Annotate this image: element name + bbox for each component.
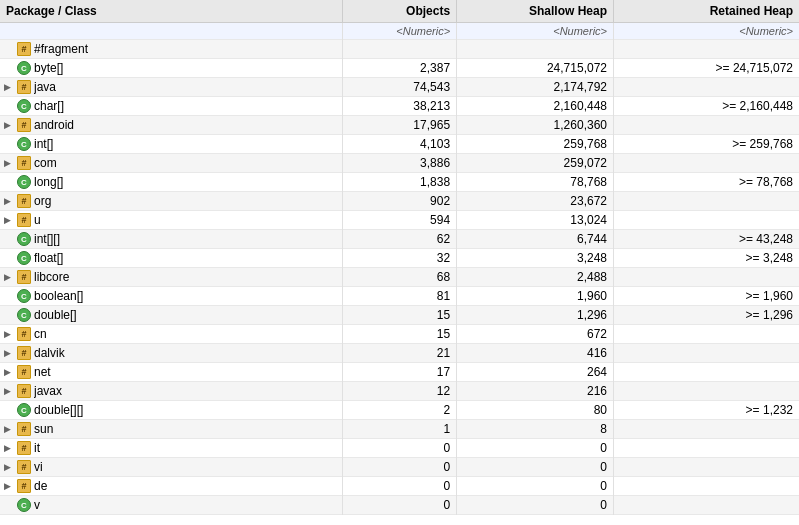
row-retained	[614, 420, 800, 439]
class-icon	[17, 61, 31, 75]
heap-table: Package / Class Objects Shallow Heap Ret…	[0, 0, 799, 515]
row-name-text: cn	[34, 327, 47, 341]
expand-button[interactable]: ▶	[4, 82, 14, 92]
expand-button[interactable]: ▶	[4, 120, 14, 130]
row-name-text: int[]	[34, 137, 53, 151]
table-row[interactable]: #fragment	[0, 40, 799, 59]
package-icon	[17, 213, 31, 227]
fragment-icon	[17, 42, 31, 56]
expand-button[interactable]: ▶	[4, 215, 14, 225]
row-name-cell: ▶android	[0, 116, 342, 135]
class-icon	[17, 498, 31, 512]
row-retained: >= 43,248	[614, 230, 800, 249]
table-row[interactable]: ▶net17264	[0, 363, 799, 382]
row-shallow: 78,768	[457, 173, 614, 192]
filter-shallow[interactable]: <Numeric>	[457, 23, 614, 40]
table-row[interactable]: boolean[]811,960>= 1,960	[0, 287, 799, 306]
filter-retained[interactable]: <Numeric>	[614, 23, 800, 40]
table-row[interactable]: ▶javax12216	[0, 382, 799, 401]
class-icon	[17, 99, 31, 113]
row-retained: >= 78,768	[614, 173, 800, 192]
table-row[interactable]: ▶android17,9651,260,360	[0, 116, 799, 135]
row-name-text: float[]	[34, 251, 63, 265]
class-icon	[17, 232, 31, 246]
table-row[interactable]: ▶sun18	[0, 420, 799, 439]
row-name-cell: v	[0, 496, 342, 515]
package-icon	[17, 194, 31, 208]
row-retained	[614, 496, 800, 515]
row-objects: 0	[342, 477, 456, 496]
table-row[interactable]: v00	[0, 496, 799, 515]
expand-button[interactable]: ▶	[4, 158, 14, 168]
table-row[interactable]: ▶com3,886259,072	[0, 154, 799, 173]
table-row[interactable]: double[][]280>= 1,232	[0, 401, 799, 420]
row-name-cell: ▶u	[0, 211, 342, 230]
table-row[interactable]: int[]4,103259,768>= 259,768	[0, 135, 799, 154]
expand-button[interactable]: ▶	[4, 462, 14, 472]
table-body: <Numeric> <Numeric> <Numeric> #fragmentb…	[0, 23, 799, 515]
expand-button[interactable]: ▶	[4, 348, 14, 358]
row-objects: 2,387	[342, 59, 456, 78]
expand-button[interactable]: ▶	[4, 329, 14, 339]
row-retained	[614, 325, 800, 344]
heap-table-container: Package / Class Objects Shallow Heap Ret…	[0, 0, 799, 515]
expand-button[interactable]: ▶	[4, 367, 14, 377]
class-icon	[17, 289, 31, 303]
row-name-text: u	[34, 213, 41, 227]
table-row[interactable]: int[][]626,744>= 43,248	[0, 230, 799, 249]
expand-button[interactable]: ▶	[4, 443, 14, 453]
table-row[interactable]: ▶java74,5432,174,792	[0, 78, 799, 97]
row-name-text: com	[34, 156, 57, 170]
row-name-text: vi	[34, 460, 43, 474]
row-shallow: 2,160,448	[457, 97, 614, 116]
table-row[interactable]: ▶it00	[0, 439, 799, 458]
class-icon	[17, 308, 31, 322]
col-header-retained[interactable]: Retained Heap	[614, 0, 800, 23]
col-header-objects[interactable]: Objects	[342, 0, 456, 23]
table-row[interactable]: ▶dalvik21416	[0, 344, 799, 363]
table-row[interactable]: ▶libcore682,488	[0, 268, 799, 287]
table-row[interactable]: float[]323,248>= 3,248	[0, 249, 799, 268]
row-objects: 1,838	[342, 173, 456, 192]
row-objects: 32	[342, 249, 456, 268]
table-row[interactable]: ▶org90223,672	[0, 192, 799, 211]
row-retained	[614, 116, 800, 135]
row-objects: 0	[342, 458, 456, 477]
row-name-text: java	[34, 80, 56, 94]
row-name-text: int[][]	[34, 232, 60, 246]
row-name-text: javax	[34, 384, 62, 398]
table-row[interactable]: ▶de00	[0, 477, 799, 496]
table-row[interactable]: char[]38,2132,160,448>= 2,160,448	[0, 97, 799, 116]
row-retained: >= 1,232	[614, 401, 800, 420]
expand-button[interactable]: ▶	[4, 386, 14, 396]
table-row[interactable]: byte[]2,38724,715,072>= 24,715,072	[0, 59, 799, 78]
row-name-text: android	[34, 118, 74, 132]
table-row[interactable]: ▶vi00	[0, 458, 799, 477]
col-header-name[interactable]: Package / Class	[0, 0, 342, 23]
expand-button[interactable]: ▶	[4, 424, 14, 434]
filter-objects[interactable]: <Numeric>	[342, 23, 456, 40]
table-row[interactable]: long[]1,83878,768>= 78,768	[0, 173, 799, 192]
row-shallow: 6,744	[457, 230, 614, 249]
row-name-cell: char[]	[0, 97, 342, 116]
row-shallow: 8	[457, 420, 614, 439]
expand-button[interactable]: ▶	[4, 196, 14, 206]
row-shallow: 416	[457, 344, 614, 363]
row-name-cell: byte[]	[0, 59, 342, 78]
row-retained	[614, 382, 800, 401]
expand-button[interactable]: ▶	[4, 481, 14, 491]
filter-name[interactable]	[0, 23, 342, 40]
row-retained	[614, 40, 800, 59]
row-name-text: boolean[]	[34, 289, 83, 303]
expand-button[interactable]: ▶	[4, 272, 14, 282]
row-name-text: it	[34, 441, 40, 455]
row-objects: 15	[342, 325, 456, 344]
row-retained	[614, 211, 800, 230]
row-objects: 17	[342, 363, 456, 382]
package-icon	[17, 156, 31, 170]
table-row[interactable]: double[]151,296>= 1,296	[0, 306, 799, 325]
table-row[interactable]: ▶cn15672	[0, 325, 799, 344]
row-objects: 0	[342, 496, 456, 515]
col-header-shallow[interactable]: Shallow Heap	[457, 0, 614, 23]
table-row[interactable]: ▶u59413,024	[0, 211, 799, 230]
